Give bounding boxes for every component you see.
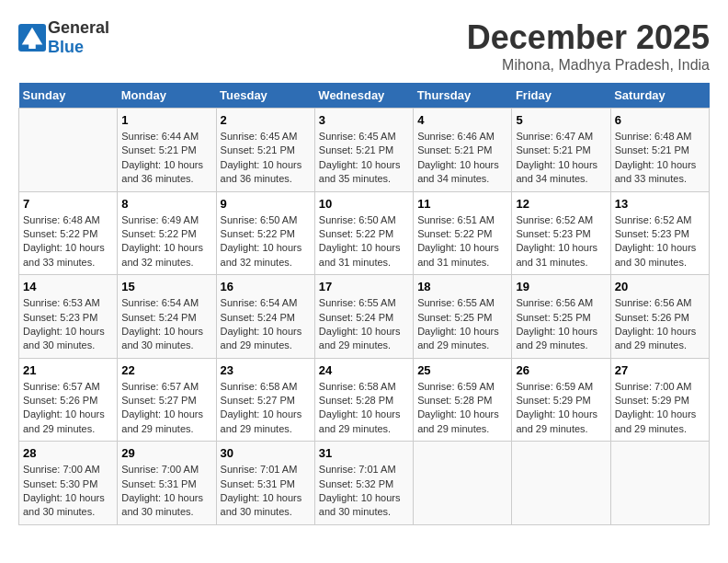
day-number: 7 xyxy=(23,197,113,211)
day-number: 24 xyxy=(319,363,409,377)
logo: General Blue xyxy=(18,18,109,57)
calendar-day-cell: 13Sunrise: 6:52 AMSunset: 5:23 PMDayligh… xyxy=(610,191,709,275)
svg-rect-2 xyxy=(28,43,36,49)
calendar-header-cell: Monday xyxy=(118,83,216,109)
calendar-day-cell: 3Sunrise: 6:45 AMSunset: 5:21 PMDaylight… xyxy=(314,109,413,192)
day-number: 10 xyxy=(319,197,409,211)
day-number: 9 xyxy=(221,197,311,211)
calendar-day-cell: 24Sunrise: 6:58 AMSunset: 5:28 PMDayligh… xyxy=(314,358,413,442)
day-number: 15 xyxy=(121,280,211,293)
header: General Blue December 2025 Mihona, Madhy… xyxy=(18,18,710,74)
calendar-day-cell: 26Sunrise: 6:59 AMSunset: 5:29 PMDayligh… xyxy=(512,358,610,442)
day-number: 26 xyxy=(516,363,606,377)
main-title: December 2025 xyxy=(467,18,710,57)
calendar-day-cell: 27Sunrise: 7:00 AMSunset: 5:29 PMDayligh… xyxy=(610,358,709,442)
day-info: Sunrise: 6:56 AMSunset: 5:25 PMDaylight:… xyxy=(516,296,606,353)
subtitle: Mihona, Madhya Pradesh, India xyxy=(467,57,710,74)
day-info: Sunrise: 6:54 AMSunset: 5:24 PMDaylight:… xyxy=(121,296,211,353)
day-number: 21 xyxy=(23,363,113,377)
calendar-day-cell: 5Sunrise: 6:47 AMSunset: 5:21 PMDaylight… xyxy=(512,109,610,192)
calendar-day-cell: 17Sunrise: 6:55 AMSunset: 5:24 PMDayligh… xyxy=(314,275,413,359)
calendar-header-row: SundayMondayTuesdayWednesdayThursdayFrid… xyxy=(19,83,710,109)
calendar-day-cell: 11Sunrise: 6:51 AMSunset: 5:22 PMDayligh… xyxy=(414,191,512,275)
calendar-day-cell: 14Sunrise: 6:53 AMSunset: 5:23 PMDayligh… xyxy=(19,275,118,359)
day-number: 17 xyxy=(319,280,409,293)
day-info: Sunrise: 6:57 AMSunset: 5:26 PMDaylight:… xyxy=(23,380,113,437)
day-info: Sunrise: 6:53 AMSunset: 5:23 PMDaylight:… xyxy=(23,296,113,353)
day-info: Sunrise: 6:45 AMSunset: 5:21 PMDaylight:… xyxy=(221,130,311,187)
day-number: 12 xyxy=(516,197,606,211)
day-info: Sunrise: 6:59 AMSunset: 5:28 PMDaylight:… xyxy=(417,380,507,437)
day-number: 31 xyxy=(319,446,409,460)
day-number: 25 xyxy=(417,363,507,377)
calendar-day-cell: 18Sunrise: 6:55 AMSunset: 5:25 PMDayligh… xyxy=(414,275,512,359)
day-info: Sunrise: 6:48 AMSunset: 5:21 PMDaylight:… xyxy=(615,130,705,187)
calendar-week-row: 1Sunrise: 6:44 AMSunset: 5:21 PMDaylight… xyxy=(19,109,710,192)
calendar-week-row: 14Sunrise: 6:53 AMSunset: 5:23 PMDayligh… xyxy=(19,275,710,359)
calendar-day-cell: 4Sunrise: 6:46 AMSunset: 5:21 PMDaylight… xyxy=(414,109,512,192)
day-info: Sunrise: 6:45 AMSunset: 5:21 PMDaylight:… xyxy=(319,130,409,187)
calendar-day-cell: 10Sunrise: 6:50 AMSunset: 5:22 PMDayligh… xyxy=(314,191,413,275)
day-number: 11 xyxy=(417,197,507,211)
calendar-day-cell: 25Sunrise: 6:59 AMSunset: 5:28 PMDayligh… xyxy=(414,358,512,442)
calendar-day-cell: 12Sunrise: 6:52 AMSunset: 5:23 PMDayligh… xyxy=(512,191,610,275)
day-info: Sunrise: 6:50 AMSunset: 5:22 PMDaylight:… xyxy=(221,213,311,270)
day-number: 2 xyxy=(221,113,311,127)
day-number: 16 xyxy=(221,280,311,293)
day-number: 20 xyxy=(615,280,705,293)
day-info: Sunrise: 6:49 AMSunset: 5:22 PMDaylight:… xyxy=(121,213,211,270)
calendar-day-cell: 19Sunrise: 6:56 AMSunset: 5:25 PMDayligh… xyxy=(512,275,610,359)
calendar-day-cell: 16Sunrise: 6:54 AMSunset: 5:24 PMDayligh… xyxy=(216,275,314,359)
day-number: 18 xyxy=(417,280,507,293)
day-info: Sunrise: 6:46 AMSunset: 5:21 PMDaylight:… xyxy=(417,130,507,187)
day-info: Sunrise: 7:01 AMSunset: 5:32 PMDaylight:… xyxy=(319,463,409,520)
calendar-week-row: 21Sunrise: 6:57 AMSunset: 5:26 PMDayligh… xyxy=(19,358,710,442)
day-number: 5 xyxy=(516,113,606,127)
day-number: 23 xyxy=(221,363,311,377)
day-info: Sunrise: 7:00 AMSunset: 5:29 PMDaylight:… xyxy=(615,380,705,437)
calendar-header-cell: Friday xyxy=(512,83,610,109)
day-info: Sunrise: 6:48 AMSunset: 5:22 PMDaylight:… xyxy=(23,213,113,270)
title-area: December 2025 Mihona, Madhya Pradesh, In… xyxy=(467,18,710,74)
calendar-day-cell: 9Sunrise: 6:50 AMSunset: 5:22 PMDaylight… xyxy=(216,191,314,275)
day-number: 30 xyxy=(221,446,311,460)
calendar-day-cell xyxy=(610,442,709,525)
day-info: Sunrise: 6:50 AMSunset: 5:22 PMDaylight:… xyxy=(319,213,409,270)
day-number: 27 xyxy=(615,363,705,377)
day-info: Sunrise: 6:57 AMSunset: 5:27 PMDaylight:… xyxy=(121,380,211,437)
calendar-day-cell: 23Sunrise: 6:58 AMSunset: 5:27 PMDayligh… xyxy=(216,358,314,442)
calendar-week-row: 7Sunrise: 6:48 AMSunset: 5:22 PMDaylight… xyxy=(19,191,710,275)
day-info: Sunrise: 7:00 AMSunset: 5:31 PMDaylight:… xyxy=(121,463,211,520)
day-number: 1 xyxy=(121,113,211,127)
calendar-day-cell: 21Sunrise: 6:57 AMSunset: 5:26 PMDayligh… xyxy=(19,358,118,442)
calendar-day-cell: 22Sunrise: 6:57 AMSunset: 5:27 PMDayligh… xyxy=(118,358,216,442)
calendar-table: SundayMondayTuesdayWednesdayThursdayFrid… xyxy=(18,83,710,525)
calendar-header-cell: Sunday xyxy=(19,83,118,109)
day-info: Sunrise: 6:47 AMSunset: 5:21 PMDaylight:… xyxy=(516,130,606,187)
day-number: 28 xyxy=(23,446,113,460)
day-number: 8 xyxy=(121,197,211,211)
day-number: 29 xyxy=(121,446,211,460)
day-info: Sunrise: 6:59 AMSunset: 5:29 PMDaylight:… xyxy=(516,380,606,437)
day-number: 13 xyxy=(615,197,705,211)
day-number: 3 xyxy=(319,113,409,127)
day-number: 19 xyxy=(516,280,606,293)
logo-icon xyxy=(18,24,46,52)
day-info: Sunrise: 6:55 AMSunset: 5:25 PMDaylight:… xyxy=(417,296,507,353)
calendar-day-cell: 20Sunrise: 6:56 AMSunset: 5:26 PMDayligh… xyxy=(610,275,709,359)
day-info: Sunrise: 6:55 AMSunset: 5:24 PMDaylight:… xyxy=(319,296,409,353)
calendar-day-cell xyxy=(19,109,118,192)
day-number: 22 xyxy=(121,363,211,377)
day-number: 4 xyxy=(417,113,507,127)
calendar-day-cell: 7Sunrise: 6:48 AMSunset: 5:22 PMDaylight… xyxy=(19,191,118,275)
logo-general: General xyxy=(48,18,109,37)
day-info: Sunrise: 6:56 AMSunset: 5:26 PMDaylight:… xyxy=(615,296,705,353)
calendar-day-cell: 28Sunrise: 7:00 AMSunset: 5:30 PMDayligh… xyxy=(19,442,118,525)
day-info: Sunrise: 6:44 AMSunset: 5:21 PMDaylight:… xyxy=(121,130,211,187)
logo-blue: Blue xyxy=(48,38,84,56)
calendar-week-row: 28Sunrise: 7:00 AMSunset: 5:30 PMDayligh… xyxy=(19,442,710,525)
day-number: 6 xyxy=(615,113,705,127)
calendar-day-cell: 6Sunrise: 6:48 AMSunset: 5:21 PMDaylight… xyxy=(610,109,709,192)
calendar-day-cell: 29Sunrise: 7:00 AMSunset: 5:31 PMDayligh… xyxy=(118,442,216,525)
calendar-day-cell: 2Sunrise: 6:45 AMSunset: 5:21 PMDaylight… xyxy=(216,109,314,192)
